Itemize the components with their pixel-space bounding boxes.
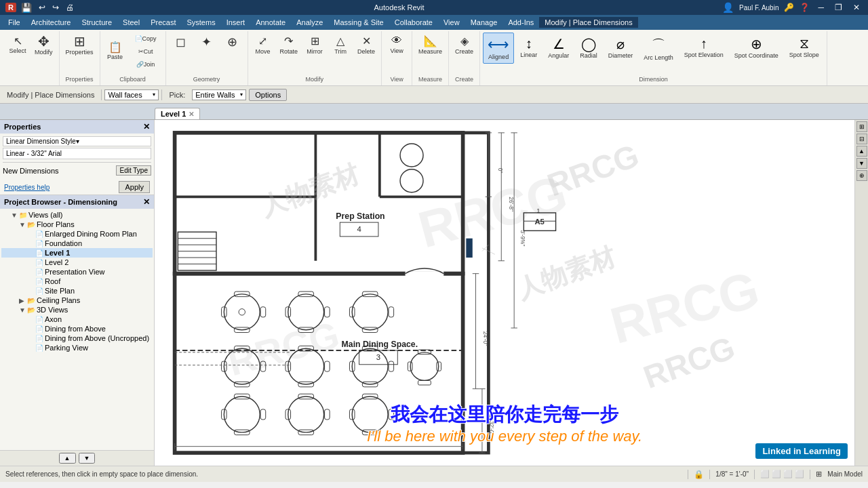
svg-text:4: 4: [357, 225, 361, 233]
ribbon-btn-measure[interactable]: 📐Measure: [415, 33, 446, 57]
menu-steel[interactable]: Steel: [117, 17, 145, 28]
ribbon-btn-mirror[interactable]: ⊞Mirror: [302, 33, 327, 57]
tree-item-level2[interactable]: 📄 Level 2: [1, 258, 153, 267]
ribbon-btn-modify[interactable]: ✥ Modify: [31, 33, 56, 58]
edit-type-button[interactable]: Edit Type: [116, 165, 151, 176]
tree-item-roof[interactable]: 📄 Roof: [1, 277, 153, 286]
dimension-style-select[interactable]: Linear Dimension Style▾: [3, 136, 151, 146]
ribbon-btn-delete[interactable]: ✕Delete: [354, 33, 378, 57]
ribbon-btn-geom2[interactable]: ✦: [195, 33, 219, 52]
menu-modify-place-dimensions[interactable]: Modify | Place Dimensions: [539, 17, 637, 28]
svg-text:0": 0": [497, 168, 504, 174]
view-icon: 👁: [391, 35, 402, 47]
restore-button[interactable]: ❐: [832, 3, 845, 12]
help-icon[interactable]: ❓: [800, 3, 810, 12]
right-tool-4[interactable]: ▼: [856, 158, 867, 169]
ribbon-group-label-create: Create: [455, 75, 473, 84]
properties-help-link[interactable]: Properties help: [4, 184, 50, 191]
menu-add-ins[interactable]: Add-Ins: [502, 17, 539, 28]
browser-scroll-down[interactable]: ▼: [79, 453, 96, 464]
menu-collaborate[interactable]: Collaborate: [389, 17, 438, 28]
canvas-area[interactable]: RRCG RRCG RRCG: [155, 120, 854, 466]
tree-item-presentation-view[interactable]: 📄 Presentation View: [1, 267, 153, 277]
minimize-button[interactable]: ─: [815, 3, 827, 12]
ribbon-btn-cut[interactable]: ✂ Cut: [129, 45, 163, 57]
ribbon-btn-linear[interactable]: ↕ Linear: [515, 33, 542, 62]
tree-item-dining-above-uncropped[interactable]: 📄 Dining from Above (Uncropped): [1, 333, 153, 343]
menu-precast[interactable]: Precast: [145, 17, 181, 28]
quick-access-undo[interactable]: ↩: [37, 3, 47, 12]
menu-structure[interactable]: Structure: [76, 17, 117, 28]
tree-item-site-plan[interactable]: 📄 Site Plan: [1, 286, 153, 296]
right-tool-1[interactable]: ⊞: [856, 121, 867, 132]
foundation-icon: 📄: [35, 240, 43, 247]
ribbon-group-label-measure: Measure: [418, 75, 442, 84]
subscription-icon[interactable]: 🔑: [784, 3, 794, 12]
ribbon-btn-arc-length[interactable]: ⌒ Arc Length: [639, 33, 678, 64]
ribbon-group-label-properties: Properties: [66, 75, 94, 84]
entire-walls-dropdown[interactable]: Entire Walls ▾: [192, 89, 246, 100]
left-panel: Properties ✕ Linear Dimension Style▾ Lin…: [0, 120, 155, 466]
ribbon-btn-angular[interactable]: ∠ Angular: [543, 33, 574, 62]
menu-massing-site[interactable]: Massing & Site: [328, 17, 389, 28]
quick-access-redo[interactable]: ↪: [50, 3, 61, 12]
close-button[interactable]: ✕: [850, 3, 863, 12]
tree-item-axon[interactable]: 📄 Axon: [1, 314, 153, 324]
status-workset-icon: ⊞: [816, 470, 822, 479]
ribbon-btn-join[interactable]: 🔗 Join: [129, 58, 163, 70]
ribbon-btn-move[interactable]: ⤢Move: [251, 33, 275, 57]
ribbon-btn-aligned[interactable]: ⟷ Aligned: [483, 33, 514, 64]
quick-access-save[interactable]: 💾: [19, 3, 34, 13]
browser-scroll-up[interactable]: ▲: [59, 453, 76, 464]
ribbon-btn-trim[interactable]: △Trim: [328, 33, 353, 57]
ribbon-btn-view[interactable]: 👁View: [384, 33, 409, 56]
tree-item-level1[interactable]: 📄 Level 1: [1, 248, 153, 258]
ribbon-btn-spot-slope[interactable]: ⧖ Spot Slope: [785, 33, 824, 62]
right-tool-3[interactable]: ▲: [856, 146, 867, 157]
ribbon-btn-copy[interactable]: 📄 Copy: [129, 33, 163, 44]
ribbon-btn-paste[interactable]: 📋 Paste: [103, 40, 127, 62]
menu-view[interactable]: View: [438, 17, 465, 28]
menu-architecture[interactable]: Architecture: [26, 17, 77, 28]
entire-walls-label: Entire Walls: [195, 91, 235, 99]
tree-item-floor-plans[interactable]: ▼ 📂 Floor Plans: [1, 220, 153, 229]
tree-item-dining-above[interactable]: 📄 Dining from Above: [1, 324, 153, 333]
status-view-icons: ⬜ ⬜ ⬜ ⬜: [760, 470, 804, 479]
quick-access-print[interactable]: 🖨: [64, 3, 76, 12]
presentation-view-icon: 📄: [35, 268, 43, 276]
menu-systems[interactable]: Systems: [181, 17, 220, 28]
ribbon-group-label-geometry: Geometry: [193, 75, 220, 84]
apply-button[interactable]: Apply: [119, 181, 150, 193]
ribbon-btn-rotate[interactable]: ↷Rotate: [277, 33, 302, 57]
properties-close-icon[interactable]: ✕: [143, 122, 150, 131]
3d-views-icon: 📂: [27, 306, 35, 314]
tab-close-icon[interactable]: ✕: [189, 110, 194, 118]
ribbon-btn-spot-elevation[interactable]: ↑ Spot Elevation: [679, 33, 728, 62]
tree-item-ceiling-plans[interactable]: ▶ 📂 Ceiling Plans: [1, 296, 153, 305]
ribbon-btn-radial[interactable]: ◯ Radial: [575, 33, 602, 62]
tab-level-1[interactable]: Level 1 ✕: [155, 108, 200, 119]
menu-insert[interactable]: Insert: [221, 17, 251, 28]
ribbon-btn-properties[interactable]: ⊞ Properties: [62, 33, 97, 58]
right-tool-5[interactable]: ⊕: [856, 170, 867, 181]
menu-manage[interactable]: Manage: [465, 17, 503, 28]
properties-icon: ⊞: [74, 35, 85, 48]
tree-item-foundation[interactable]: 📄 Foundation: [1, 239, 153, 248]
menu-analyze[interactable]: Analyze: [291, 17, 328, 28]
ribbon-btn-select[interactable]: ↖ Select: [5, 34, 30, 56]
menu-file[interactable]: File: [3, 17, 26, 28]
tree-item-views-all[interactable]: ▼ 📁 Views (all): [1, 210, 153, 220]
ribbon-btn-diameter[interactable]: ⌀ Diameter: [604, 33, 638, 62]
tree-item-enlarged-dining[interactable]: 📄 Enlarged Dining Room Plan: [1, 229, 153, 239]
ribbon-btn-geom3[interactable]: ⊕: [220, 33, 245, 52]
right-tool-2[interactable]: ⊟: [856, 134, 867, 144]
options-button[interactable]: Options: [249, 89, 287, 101]
ribbon-btn-geom1[interactable]: ◻: [169, 33, 193, 52]
wall-faces-dropdown[interactable]: Wall faces ▾: [104, 89, 159, 100]
ribbon-btn-spot-coordinate[interactable]: ⊕ Spot Coordinate: [730, 33, 783, 62]
menu-annotate[interactable]: Annotate: [250, 17, 291, 28]
ribbon-btn-create[interactable]: ◈Create: [452, 33, 477, 57]
project-browser-close-icon[interactable]: ✕: [143, 197, 150, 207]
tree-item-parking-view[interactable]: 📄 Parking View: [1, 343, 153, 352]
tree-item-3d-views[interactable]: ▼ 📂 3D Views: [1, 305, 153, 314]
